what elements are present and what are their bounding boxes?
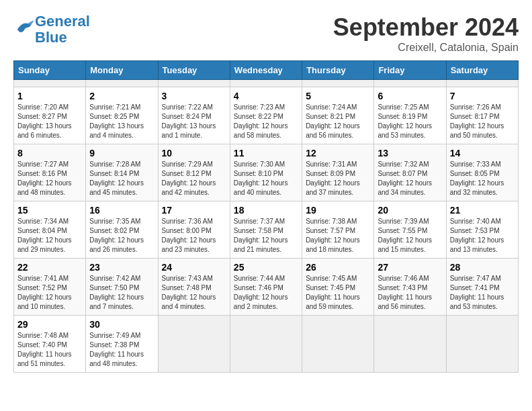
day-number: 14 bbox=[450, 148, 515, 158]
calendar-table: SundayMondayTuesdayWednesdayThursdayFrid… bbox=[13, 60, 519, 373]
calendar-cell: 11Sunrise: 7:30 AMSunset: 8:10 PMDayligh… bbox=[230, 144, 302, 201]
day-info: Sunrise: 7:39 AMSunset: 7:55 PMDaylight:… bbox=[378, 217, 442, 255]
day-number: 9 bbox=[89, 148, 154, 158]
day-info: Sunrise: 7:37 AMSunset: 7:58 PMDaylight:… bbox=[234, 217, 298, 255]
day-info: Sunrise: 7:48 AMSunset: 7:40 PMDaylight:… bbox=[17, 331, 82, 369]
calendar-cell: 20Sunrise: 7:39 AMSunset: 7:55 PMDayligh… bbox=[374, 201, 446, 259]
calendar-cell: 5Sunrise: 7:24 AMSunset: 8:21 PMDaylight… bbox=[302, 87, 374, 144]
day-number: 8 bbox=[17, 148, 82, 158]
day-number: 11 bbox=[234, 148, 298, 158]
day-info: Sunrise: 7:45 AMSunset: 7:45 PMDaylight:… bbox=[306, 274, 370, 312]
title-block: September 2024 Creixell, Catalonia, Spai… bbox=[333, 13, 519, 54]
day-number: 18 bbox=[234, 205, 298, 216]
day-number: 3 bbox=[162, 91, 226, 101]
day-info: Sunrise: 7:41 AMSunset: 7:52 PMDaylight:… bbox=[17, 274, 82, 312]
calendar-cell bbox=[230, 316, 302, 373]
calendar-cell: 21Sunrise: 7:40 AMSunset: 7:53 PMDayligh… bbox=[446, 201, 518, 259]
day-info: Sunrise: 7:38 AMSunset: 7:57 PMDaylight:… bbox=[306, 217, 370, 255]
day-number: 6 bbox=[378, 91, 442, 101]
day-info: Sunrise: 7:49 AMSunset: 7:38 PMDaylight:… bbox=[89, 331, 154, 369]
day-number: 24 bbox=[162, 262, 226, 273]
logo-line1: General bbox=[35, 13, 90, 30]
col-header-wednesday: Wednesday bbox=[230, 61, 302, 80]
calendar-cell: 22Sunrise: 7:41 AMSunset: 7:52 PMDayligh… bbox=[14, 259, 86, 316]
day-info: Sunrise: 7:47 AMSunset: 7:41 PMDaylight:… bbox=[450, 274, 515, 312]
day-info: Sunrise: 7:33 AMSunset: 8:05 PMDaylight:… bbox=[450, 160, 515, 197]
calendar-cell: 15Sunrise: 7:34 AMSunset: 8:04 PMDayligh… bbox=[14, 201, 86, 259]
col-header-friday: Friday bbox=[374, 61, 446, 80]
calendar-week-4: 15Sunrise: 7:34 AMSunset: 8:04 PMDayligh… bbox=[14, 201, 519, 259]
day-number: 26 bbox=[306, 262, 370, 273]
col-header-saturday: Saturday bbox=[446, 61, 518, 80]
col-header-monday: Monday bbox=[86, 61, 158, 80]
col-header-thursday: Thursday bbox=[302, 61, 374, 80]
day-number: 10 bbox=[162, 148, 226, 158]
day-info: Sunrise: 7:25 AMSunset: 8:19 PMDaylight:… bbox=[378, 103, 442, 140]
calendar-cell: 28Sunrise: 7:47 AMSunset: 7:41 PMDayligh… bbox=[446, 259, 518, 316]
day-info: Sunrise: 7:20 AMSunset: 8:27 PMDaylight:… bbox=[17, 103, 82, 140]
day-number: 30 bbox=[89, 319, 154, 330]
day-info: Sunrise: 7:24 AMSunset: 8:21 PMDaylight:… bbox=[306, 103, 370, 140]
day-info: Sunrise: 7:32 AMSunset: 8:07 PMDaylight:… bbox=[378, 160, 442, 197]
day-number: 16 bbox=[89, 205, 154, 216]
calendar-cell: 30Sunrise: 7:49 AMSunset: 7:38 PMDayligh… bbox=[86, 316, 158, 373]
calendar-cell: 12Sunrise: 7:31 AMSunset: 8:09 PMDayligh… bbox=[302, 144, 374, 201]
logo-text: General Blue bbox=[35, 13, 90, 46]
day-info: Sunrise: 7:26 AMSunset: 8:17 PMDaylight:… bbox=[450, 103, 515, 140]
day-number: 29 bbox=[17, 319, 82, 330]
calendar-cell: 13Sunrise: 7:32 AMSunset: 8:07 PMDayligh… bbox=[374, 144, 446, 201]
calendar-cell bbox=[14, 80, 86, 87]
day-info: Sunrise: 7:44 AMSunset: 7:46 PMDaylight:… bbox=[234, 274, 298, 312]
day-number: 28 bbox=[450, 262, 515, 273]
logo-icon bbox=[15, 18, 35, 38]
day-info: Sunrise: 7:21 AMSunset: 8:25 PMDaylight:… bbox=[89, 103, 154, 140]
calendar-cell bbox=[302, 80, 374, 87]
calendar-cell: 24Sunrise: 7:43 AMSunset: 7:48 PMDayligh… bbox=[158, 259, 230, 316]
day-info: Sunrise: 7:40 AMSunset: 7:53 PMDaylight:… bbox=[450, 217, 515, 255]
calendar-week-1 bbox=[14, 80, 519, 87]
day-number: 25 bbox=[234, 262, 298, 273]
calendar-cell: 7Sunrise: 7:26 AMSunset: 8:17 PMDaylight… bbox=[446, 87, 518, 144]
calendar-cell bbox=[446, 80, 518, 87]
day-number: 27 bbox=[378, 262, 442, 273]
day-info: Sunrise: 7:35 AMSunset: 8:02 PMDaylight:… bbox=[89, 217, 154, 255]
calendar-cell: 2Sunrise: 7:21 AMSunset: 8:25 PMDaylight… bbox=[86, 87, 158, 144]
calendar-cell: 9Sunrise: 7:28 AMSunset: 8:14 PMDaylight… bbox=[86, 144, 158, 201]
day-number: 17 bbox=[162, 205, 226, 216]
logo: General Blue bbox=[13, 13, 90, 46]
calendar-cell: 4Sunrise: 7:23 AMSunset: 8:22 PMDaylight… bbox=[230, 87, 302, 144]
day-number: 5 bbox=[306, 91, 370, 101]
calendar-week-3: 8Sunrise: 7:27 AMSunset: 8:16 PMDaylight… bbox=[14, 144, 519, 201]
calendar-cell: 25Sunrise: 7:44 AMSunset: 7:46 PMDayligh… bbox=[230, 259, 302, 316]
day-number: 2 bbox=[89, 91, 154, 101]
calendar-week-6: 29Sunrise: 7:48 AMSunset: 7:40 PMDayligh… bbox=[14, 316, 519, 373]
calendar-cell: 19Sunrise: 7:38 AMSunset: 7:57 PMDayligh… bbox=[302, 201, 374, 259]
calendar-cell: 6Sunrise: 7:25 AMSunset: 8:19 PMDaylight… bbox=[374, 87, 446, 144]
calendar-cell: 27Sunrise: 7:46 AMSunset: 7:43 PMDayligh… bbox=[374, 259, 446, 316]
calendar-week-2: 1Sunrise: 7:20 AMSunset: 8:27 PMDaylight… bbox=[14, 87, 519, 144]
calendar-cell: 1Sunrise: 7:20 AMSunset: 8:27 PMDaylight… bbox=[14, 87, 86, 144]
calendar-cell: 29Sunrise: 7:48 AMSunset: 7:40 PMDayligh… bbox=[14, 316, 86, 373]
day-info: Sunrise: 7:46 AMSunset: 7:43 PMDaylight:… bbox=[378, 274, 442, 312]
day-number: 21 bbox=[450, 205, 515, 216]
col-header-sunday: Sunday bbox=[14, 61, 86, 80]
calendar-week-5: 22Sunrise: 7:41 AMSunset: 7:52 PMDayligh… bbox=[14, 259, 519, 316]
day-info: Sunrise: 7:34 AMSunset: 8:04 PMDaylight:… bbox=[17, 217, 82, 255]
calendar-cell: 3Sunrise: 7:22 AMSunset: 8:24 PMDaylight… bbox=[158, 87, 230, 144]
calendar-cell: 16Sunrise: 7:35 AMSunset: 8:02 PMDayligh… bbox=[86, 201, 158, 259]
month-title: September 2024 bbox=[333, 13, 519, 42]
day-number: 20 bbox=[378, 205, 442, 216]
calendar-cell bbox=[374, 80, 446, 87]
day-info: Sunrise: 7:29 AMSunset: 8:12 PMDaylight:… bbox=[162, 160, 226, 197]
logo-line2: Blue bbox=[35, 29, 67, 46]
calendar-cell bbox=[86, 80, 158, 87]
day-number: 12 bbox=[306, 148, 370, 158]
calendar-cell: 8Sunrise: 7:27 AMSunset: 8:16 PMDaylight… bbox=[14, 144, 86, 201]
calendar-cell: 23Sunrise: 7:42 AMSunset: 7:50 PMDayligh… bbox=[86, 259, 158, 316]
day-number: 22 bbox=[17, 262, 82, 273]
calendar-cell: 14Sunrise: 7:33 AMSunset: 8:05 PMDayligh… bbox=[446, 144, 518, 201]
day-number: 23 bbox=[89, 262, 154, 273]
day-number: 4 bbox=[234, 91, 298, 101]
day-info: Sunrise: 7:42 AMSunset: 7:50 PMDaylight:… bbox=[89, 274, 154, 312]
calendar-cell bbox=[158, 80, 230, 87]
